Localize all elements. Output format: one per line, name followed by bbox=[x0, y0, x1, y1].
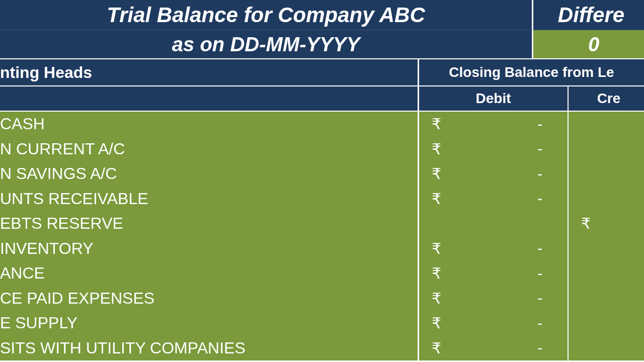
debit-value: - bbox=[441, 315, 542, 332]
account-head-cell: ANCE bbox=[0, 261, 418, 286]
debit-cell bbox=[418, 211, 569, 236]
credit-cell bbox=[569, 311, 644, 336]
table-row[interactable]: E SUPPLY₹- bbox=[0, 311, 644, 336]
table-row[interactable]: EBTS RESERVE₹ bbox=[0, 211, 644, 236]
debit-cell: ₹- bbox=[418, 112, 569, 137]
currency-symbol: ₹ bbox=[432, 290, 441, 307]
column-header-spacer bbox=[0, 86, 418, 112]
account-head-cell: N CURRENT A/C bbox=[0, 137, 418, 162]
credit-cell: ₹ bbox=[569, 211, 644, 236]
column-header-debit: Debit bbox=[418, 86, 569, 112]
debit-cell: ₹- bbox=[418, 236, 569, 261]
table-row[interactable]: CE PAID EXPENSES₹- bbox=[0, 286, 644, 311]
table-row[interactable]: N SAVINGS A/C₹- bbox=[0, 161, 644, 187]
table-row[interactable]: N CURRENT A/C₹- bbox=[0, 137, 644, 162]
debit-value: - bbox=[441, 339, 542, 356]
debit-cell: ₹- bbox=[418, 286, 569, 311]
credit-cell bbox=[569, 112, 644, 137]
currency-symbol: ₹ bbox=[581, 215, 591, 232]
currency-symbol: ₹ bbox=[432, 339, 441, 357]
table-row[interactable]: CASH₹- bbox=[0, 112, 644, 137]
currency-symbol: ₹ bbox=[432, 165, 441, 183]
account-head-cell: E SUPPLY bbox=[0, 311, 418, 336]
difference-value: 0 bbox=[533, 30, 644, 59]
column-header-closing-balance: Closing Balance from Le bbox=[418, 59, 644, 86]
credit-cell bbox=[569, 336, 644, 361]
account-head-cell: INVENTORY bbox=[0, 236, 418, 261]
credit-cell bbox=[569, 261, 644, 286]
table-row[interactable]: UNTS RECEIVABLE₹- bbox=[0, 187, 644, 212]
credit-cell bbox=[569, 161, 644, 187]
debit-cell: ₹- bbox=[418, 137, 569, 162]
table-row[interactable]: INVENTORY₹- bbox=[0, 236, 644, 261]
debit-value: - bbox=[441, 240, 542, 257]
account-head-cell: UNTS RECEIVABLE bbox=[0, 187, 418, 212]
debit-value: - bbox=[441, 190, 542, 207]
account-head-cell: CASH bbox=[0, 112, 418, 137]
difference-label: Differe bbox=[533, 0, 644, 30]
debit-value: - bbox=[441, 116, 542, 133]
account-head-cell: EBTS RESERVE bbox=[0, 211, 418, 236]
debit-value: - bbox=[441, 290, 542, 307]
currency-symbol: ₹ bbox=[432, 115, 441, 133]
column-header-credit: Cre bbox=[569, 86, 644, 112]
trial-balance-sheet: Trial Balance for Company ABC Differe as… bbox=[0, 0, 644, 362]
debit-value: - bbox=[441, 265, 542, 282]
page-title: Trial Balance for Company ABC bbox=[0, 0, 533, 30]
account-head-cell: CE PAID EXPENSES bbox=[0, 286, 418, 311]
credit-cell bbox=[569, 137, 644, 162]
credit-cell bbox=[569, 187, 644, 212]
debit-cell: ₹- bbox=[418, 311, 569, 336]
debit-cell: ₹- bbox=[418, 261, 569, 286]
table-row[interactable]: ANCE₹- bbox=[0, 261, 644, 286]
debit-cell: ₹- bbox=[418, 161, 569, 187]
account-head-cell: N SAVINGS A/C bbox=[0, 161, 418, 187]
column-header-accounting-heads: nting Heads bbox=[0, 59, 418, 86]
table-row[interactable]: SITS WITH UTILITY COMPANIES₹- bbox=[0, 336, 644, 361]
page-subtitle: as on DD-MM-YYYY bbox=[0, 30, 533, 59]
currency-symbol: ₹ bbox=[432, 140, 441, 158]
debit-cell: ₹- bbox=[418, 336, 569, 361]
debit-value: - bbox=[441, 165, 542, 183]
currency-symbol: ₹ bbox=[432, 314, 441, 332]
table-body: CASH₹-N CURRENT A/C₹-N SAVINGS A/C₹-UNTS… bbox=[0, 112, 644, 360]
account-head-cell: SITS WITH UTILITY COMPANIES bbox=[0, 336, 418, 361]
currency-symbol: ₹ bbox=[432, 240, 441, 257]
credit-cell bbox=[569, 286, 644, 311]
debit-value: - bbox=[441, 140, 542, 157]
currency-symbol: ₹ bbox=[432, 264, 441, 282]
currency-symbol: ₹ bbox=[432, 190, 441, 208]
credit-cell bbox=[569, 236, 644, 261]
debit-cell: ₹- bbox=[418, 187, 569, 212]
